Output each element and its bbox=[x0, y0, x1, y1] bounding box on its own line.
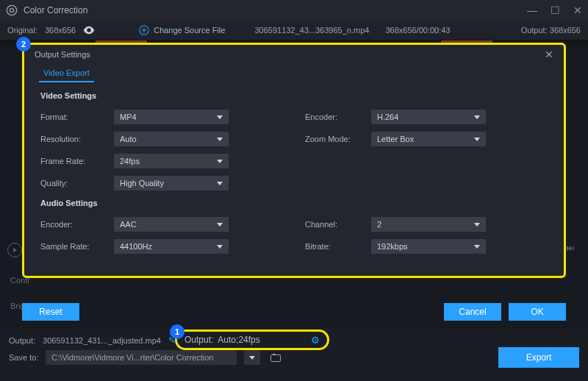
chevron-down-icon bbox=[217, 245, 223, 249]
chevron-down-icon bbox=[217, 138, 223, 141]
encoder-v-select[interactable]: H.264 bbox=[371, 110, 486, 124]
reset-button[interactable]: Reset bbox=[22, 303, 79, 321]
zoom-label: Zoom Mode: bbox=[305, 135, 371, 143]
maximize-button[interactable]: ☐ bbox=[551, 5, 560, 15]
original-label: Original: bbox=[7, 26, 37, 35]
chevron-down-icon bbox=[474, 115, 480, 119]
output-pill-value: Auto;24fps bbox=[218, 335, 259, 345]
svg-rect-3 bbox=[271, 355, 281, 361]
chevron-down-icon bbox=[217, 115, 223, 119]
chevron-down-icon bbox=[217, 182, 223, 185]
frame-rate-label: Frame Rate: bbox=[40, 157, 114, 165]
callout-badge-1: 1 bbox=[170, 324, 184, 339]
close-window-button[interactable]: ✕ bbox=[573, 5, 582, 15]
output-file-label: Output: bbox=[9, 336, 35, 345]
tab-video-export[interactable]: Video Export bbox=[39, 65, 94, 82]
cancel-button[interactable]: Cancel bbox=[444, 303, 501, 321]
callout-badge-2: 2 bbox=[16, 37, 31, 51]
video-settings-heading: Video Settings bbox=[40, 91, 548, 100]
source-filename: 306591132_43...363965_n.mp4 bbox=[254, 26, 369, 35]
sample-rate-label: Sample Rate: bbox=[40, 242, 114, 251]
bitrate-select[interactable]: 192kbps bbox=[371, 239, 486, 254]
resolution-label: Resolution: bbox=[40, 135, 114, 143]
ok-button[interactable]: OK bbox=[509, 303, 566, 321]
output-filename: 306591132_431..._adjusted.mp4 bbox=[43, 336, 161, 345]
chevron-down-icon bbox=[217, 160, 223, 163]
channel-select[interactable]: 2 bbox=[371, 217, 486, 232]
source-dims-time: 368x656/00:00:43 bbox=[385, 26, 450, 35]
encoder-v-label: Encoder: bbox=[305, 113, 371, 121]
chevron-down-icon bbox=[217, 223, 223, 227]
export-button[interactable]: Export bbox=[498, 347, 579, 368]
format-select[interactable]: MP4 bbox=[114, 110, 229, 124]
svg-rect-4 bbox=[273, 354, 276, 355]
app-icon bbox=[6, 4, 18, 16]
open-folder-button[interactable] bbox=[268, 350, 284, 365]
svg-point-1 bbox=[10, 8, 13, 12]
save-path-dropdown[interactable] bbox=[244, 350, 260, 365]
sample-rate-select[interactable]: 44100Hz bbox=[114, 239, 229, 254]
output-pill-label: Output: bbox=[184, 335, 213, 345]
chevron-down-icon bbox=[474, 245, 480, 249]
close-icon[interactable]: ✕ bbox=[545, 49, 553, 60]
chevron-down-icon bbox=[474, 223, 480, 227]
quality-label: Quality: bbox=[40, 179, 114, 188]
save-path-field[interactable]: C:\Vidmore\Vidmore Vi...rter\Color Corre… bbox=[46, 350, 237, 365]
chevron-down-icon bbox=[474, 138, 480, 141]
change-source-button[interactable]: Change Source File bbox=[139, 25, 225, 35]
top-info-bar: Original: 368x656 Change Source File 306… bbox=[0, 21, 588, 40]
save-to-label: Save to: bbox=[9, 353, 38, 362]
bitrate-label: Bitrate: bbox=[305, 242, 371, 251]
modal-title: Output Settings bbox=[35, 50, 90, 59]
quality-select[interactable]: High Quality bbox=[114, 176, 229, 190]
format-label: Format: bbox=[40, 113, 114, 121]
titlebar: Color Correction — ☐ ✕ bbox=[0, 0, 588, 21]
channel-label: Channel: bbox=[305, 220, 371, 229]
encoder-a-select[interactable]: AAC bbox=[114, 217, 229, 232]
original-dims: 368x656 bbox=[45, 26, 76, 35]
frame-rate-select[interactable]: 24fps bbox=[114, 154, 229, 168]
encoder-a-label: Encoder: bbox=[40, 220, 114, 229]
svg-point-0 bbox=[7, 5, 16, 15]
folder-icon bbox=[270, 354, 281, 362]
chevron-down-icon bbox=[249, 356, 255, 360]
eye-icon[interactable] bbox=[83, 26, 95, 35]
output-label: Output: bbox=[521, 26, 548, 35]
zoom-select[interactable]: Letter Box bbox=[371, 132, 486, 146]
gear-icon[interactable]: ⚙ bbox=[311, 335, 320, 346]
window-title: Color Correction bbox=[24, 5, 527, 15]
output-settings-modal: 2 Output Settings ✕ Video Export Video S… bbox=[22, 43, 566, 278]
output-dims: 368x656 bbox=[550, 26, 581, 35]
plus-circle-icon bbox=[139, 25, 149, 35]
audio-settings-heading: Audio Settings bbox=[40, 199, 548, 207]
minimize-button[interactable]: — bbox=[527, 5, 537, 15]
resolution-select[interactable]: Auto bbox=[114, 132, 229, 146]
